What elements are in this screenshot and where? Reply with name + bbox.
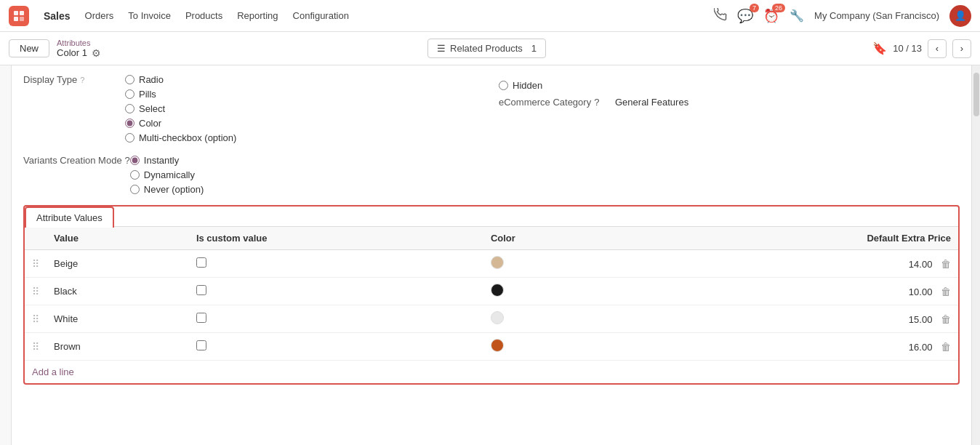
next-page-button[interactable]: › — [952, 39, 971, 58]
table-row: ⠿ Brown 16.00 🗑 — [25, 333, 958, 361]
company-name[interactable]: My Company (San Francisco) — [814, 10, 939, 21]
variant-option-dynamically[interactable]: Dynamically — [130, 169, 204, 180]
nav-right: 💬7 ⏰26 🔧 My Company (San Francisco) 👤 — [714, 5, 971, 27]
drag-handle-icon[interactable]: ⠿ — [32, 286, 39, 297]
chat-icon-btn[interactable]: 💬7 — [737, 8, 753, 24]
ecommerce-field: eCommerce Category ? General Features — [499, 97, 960, 108]
custom-value-checkbox[interactable] — [196, 340, 206, 350]
related-products-label: Related Products — [450, 43, 523, 54]
color-swatch[interactable] — [491, 256, 504, 269]
price-col-header: Default Extra Price — [619, 227, 958, 250]
hidden-radio-input[interactable] — [499, 81, 508, 90]
drag-handle-cell: ⠿ — [25, 333, 47, 361]
display-type-options: Radio Pills Select Color — [125, 74, 236, 143]
custom-value-cell — [189, 250, 483, 278]
price-cell: 16.00 🗑 — [619, 333, 958, 361]
prev-page-button[interactable]: ‹ — [928, 39, 947, 58]
breadcrumb-current: Color 1 — [57, 47, 87, 58]
variants-creation-help[interactable]: ? — [125, 155, 130, 166]
attribute-values-table-container: Value Is custom value Color Default Extr… — [25, 226, 958, 383]
color-swatch[interactable] — [491, 311, 504, 324]
chat-badge: 7 — [750, 4, 759, 12]
svg-rect-3 — [20, 17, 24, 21]
activity-badge: 26 — [772, 4, 785, 12]
ecommerce-label: eCommerce Category ? — [499, 97, 615, 108]
display-type-help[interactable]: ? — [80, 76, 84, 84]
scrollbar-thumb[interactable] — [973, 73, 979, 116]
radio-input-color[interactable] — [125, 119, 134, 128]
settings-gear-icon[interactable]: ⚙ — [92, 47, 101, 59]
display-type-section: Display Type ? Radio Pills — [23, 74, 484, 148]
breadcrumb-parent[interactable]: Attributes — [57, 39, 101, 47]
main-content: Display Type ? Radio Pills — [0, 65, 980, 445]
radio-input-pills[interactable] — [125, 89, 134, 99]
ecommerce-help[interactable]: ? — [594, 97, 599, 108]
add-line-button[interactable]: Add a line — [25, 361, 958, 383]
custom-value-checkbox[interactable] — [196, 285, 206, 295]
radio-input-radio[interactable] — [125, 75, 134, 84]
new-button[interactable]: New — [9, 39, 49, 57]
color-swatch[interactable] — [491, 284, 504, 297]
wrench-icon[interactable]: 🔧 — [790, 9, 804, 23]
form-section: Display Type ? Radio Pills — [23, 74, 960, 148]
bookmark-icon[interactable]: 🔖 — [872, 41, 887, 55]
variant-option-instantly[interactable]: Instantly — [130, 155, 204, 166]
value-cell: Black — [47, 278, 189, 305]
table-row: ⠿ White 15.00 🗑 — [25, 305, 958, 333]
radio-option-color[interactable]: Color — [125, 118, 236, 129]
content-area: Display Type ? Radio Pills — [12, 65, 971, 445]
variant-option-never[interactable]: Never (option) — [130, 184, 204, 195]
nav-reporting[interactable]: Reporting — [237, 7, 278, 24]
color-swatch[interactable] — [491, 339, 504, 352]
nav-orders[interactable]: Orders — [85, 7, 114, 24]
custom-value-cell — [189, 333, 483, 361]
related-products-button[interactable]: ☰ Related Products 1 — [427, 39, 546, 58]
delete-row-button[interactable]: 🗑 — [941, 258, 951, 270]
price-cell: 15.00 🗑 — [619, 305, 958, 333]
variants-creation-label: Variants Creation Mode ? — [23, 155, 130, 166]
hamburger-icon: ☰ — [437, 43, 446, 54]
radio-input-select[interactable] — [125, 104, 134, 113]
scrollbar[interactable] — [971, 65, 980, 445]
nav-configuration[interactable]: Configuration — [293, 7, 349, 24]
radio-option-select[interactable]: Select — [125, 103, 236, 114]
display-type-field: Display Type ? Radio Pills — [23, 74, 484, 143]
variant-input-dynamically[interactable] — [130, 170, 140, 180]
custom-value-checkbox[interactable] — [196, 313, 206, 323]
phone-icon-btn[interactable] — [714, 8, 727, 24]
radio-option-pills[interactable]: Pills — [125, 89, 236, 100]
price-cell: 14.00 🗑 — [619, 250, 958, 278]
attribute-values-table: Value Is custom value Color Default Extr… — [25, 227, 958, 361]
value-cell: Beige — [47, 250, 189, 278]
nav-to-invoice[interactable]: To Invoice — [128, 7, 171, 24]
nav-products[interactable]: Products — [185, 7, 222, 24]
app-name[interactable]: Sales — [44, 10, 71, 22]
activity-icon-btn[interactable]: ⏰26 — [763, 8, 779, 24]
delete-row-button[interactable]: 🗑 — [941, 313, 951, 325]
variant-input-instantly[interactable] — [130, 156, 140, 165]
ecommerce-value[interactable]: General Features — [615, 97, 688, 108]
drag-handle-icon[interactable]: ⠿ — [32, 258, 39, 270]
value-cell: Brown — [47, 333, 189, 361]
delete-row-button[interactable]: 🗑 — [941, 286, 951, 297]
right-section: Hidden eCommerce Category ? General Feat… — [499, 74, 960, 148]
user-avatar[interactable]: 👤 — [949, 5, 971, 27]
breadcrumb: Attributes Color 1 ⚙ — [57, 39, 101, 59]
radio-option-multi[interactable]: Multi-checkbox (option) — [125, 132, 236, 143]
hidden-label: Hidden — [513, 80, 542, 91]
delete-row-button[interactable]: 🗑 — [941, 341, 951, 353]
drag-handle-icon[interactable]: ⠿ — [32, 313, 39, 325]
radio-input-multi[interactable] — [125, 133, 134, 143]
custom-value-cell — [189, 305, 483, 333]
attribute-values-tab[interactable]: Attribute Values — [25, 207, 114, 228]
custom-value-checkbox[interactable] — [196, 257, 206, 268]
table-row: ⠿ Beige 14.00 🗑 — [25, 250, 958, 278]
table-row: ⠿ Black 10.00 🗑 — [25, 278, 958, 305]
radio-option-radio[interactable]: Radio — [125, 74, 236, 85]
variant-input-never[interactable] — [130, 185, 140, 194]
nav-items: Orders To Invoice Products Reporting Con… — [85, 7, 349, 24]
drag-handle-icon[interactable]: ⠿ — [32, 341, 39, 353]
drag-handle-cell: ⠿ — [25, 305, 47, 333]
svg-rect-1 — [20, 11, 24, 15]
custom-col-header: Is custom value — [189, 227, 483, 250]
